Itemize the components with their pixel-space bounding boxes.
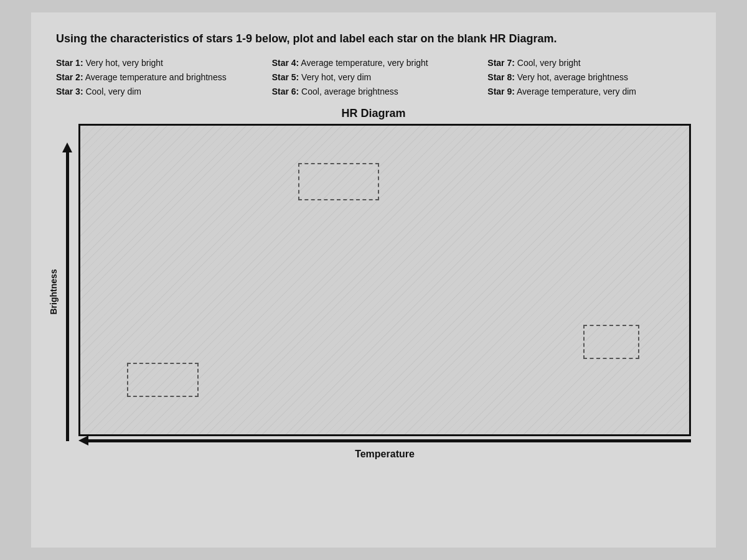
- x-axis-container: Temperature: [78, 436, 691, 460]
- placeholder-box-top-center: [298, 163, 379, 200]
- x-axis-arrowhead: [78, 436, 88, 446]
- diagram-wrapper: Brightness Temperature: [56, 124, 691, 460]
- star3-desc: Star 3: Cool, very dim: [56, 85, 260, 98]
- page: Using the characteristics of stars 1-9 b…: [31, 12, 716, 548]
- star-col-1: Star 1: Very hot, very bright Star 2: Av…: [56, 57, 260, 100]
- diagram-area: Temperature: [78, 124, 691, 460]
- star7-desc: Star 7: Cool, very bright: [487, 57, 691, 70]
- y-axis-arrowhead: [62, 142, 72, 152]
- x-axis-line: [88, 439, 691, 442]
- star9-desc: Star 9: Average temperature, very dim: [487, 85, 691, 98]
- y-axis-arrow: [63, 142, 72, 441]
- star4-desc: Star 4: Average temperature, very bright: [272, 57, 476, 70]
- temperature-label: Temperature: [355, 449, 415, 460]
- star-col-3: Star 7: Cool, very bright Star 8: Very h…: [487, 57, 691, 100]
- x-axis-arrow: [78, 436, 691, 445]
- y-axis-line: [66, 152, 69, 441]
- placeholder-box-bottom-left: [127, 363, 199, 397]
- star-col-2: Star 4: Average temperature, very bright…: [272, 57, 476, 100]
- star1-desc: Star 1: Very hot, very bright: [56, 57, 260, 70]
- hr-diagram-box[interactable]: [78, 124, 691, 436]
- star8-desc: Star 8: Very hot, average brightness: [487, 71, 691, 84]
- star2-desc: Star 2: Average temperature and brightne…: [56, 71, 260, 84]
- y-axis-container: Brightness: [56, 124, 78, 460]
- star-descriptions: Star 1: Very hot, very bright Star 2: Av…: [56, 57, 691, 100]
- placeholder-box-mid-right: [583, 325, 639, 359]
- brightness-label: Brightness: [49, 269, 59, 315]
- star6-desc: Star 6: Cool, average brightness: [272, 85, 476, 98]
- diagram-title: HR Diagram: [56, 107, 691, 120]
- instructions: Using the characteristics of stars 1-9 b…: [56, 31, 691, 47]
- star5-desc: Star 5: Very hot, very dim: [272, 71, 476, 84]
